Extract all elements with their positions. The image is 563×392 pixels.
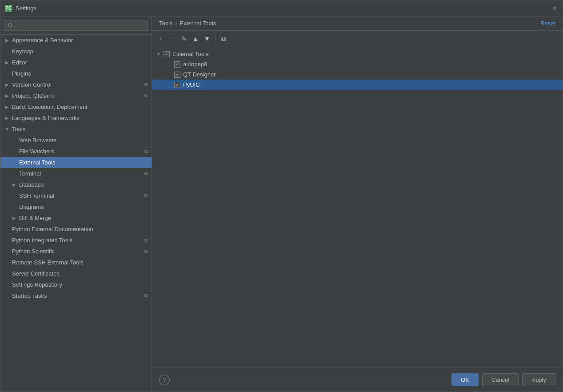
breadcrumb-root: Tools (159, 20, 172, 27)
sidebar-item-version-control[interactable]: Version Control⧉ (0, 79, 152, 90)
tool-item-label-autopep8: autopep8 (183, 61, 207, 68)
breadcrumb: Tools › External Tools (159, 20, 216, 27)
sidebar-item-label-diagrams: Diagrams (19, 204, 44, 210)
sidebar-item-label-diff-merge: Diff & Merge (19, 215, 51, 221)
search-input[interactable] (4, 20, 148, 31)
languages-frameworks-arrow-icon (4, 115, 10, 121)
sidebar-item-database[interactable]: Database (0, 179, 152, 190)
reset-link[interactable]: Reset (540, 20, 555, 27)
bottom-bar: ? OK Cancel Apply (152, 368, 563, 392)
appearance-arrow-icon (4, 37, 10, 44)
sidebar-item-diagrams[interactable]: Diagrams (0, 201, 152, 212)
editor-arrow-icon (4, 60, 10, 66)
startup-tasks-copy-icon: ⧉ (144, 293, 148, 299)
tool-item-label-qt-designer: QT Designer (183, 71, 216, 78)
sidebar-item-python-scientific[interactable]: Python Scientific⧉ (0, 246, 152, 257)
tool-item-external-tools-group[interactable]: External Tools (152, 49, 563, 59)
help-button[interactable]: ? (159, 375, 170, 385)
tool-item-autopep8[interactable]: autopep8 (152, 59, 563, 69)
edit-button[interactable]: ✎ (179, 33, 189, 44)
sidebar-item-label-startup-tasks: Startup Tasks (12, 292, 47, 299)
sidebar-item-startup-tasks[interactable]: Startup Tasks⧉ (0, 290, 152, 301)
sidebar-item-label-tools: Tools (12, 126, 25, 132)
window-controls: ✕ (551, 5, 558, 12)
panel-header: Tools › External Tools Reset (152, 16, 563, 31)
sidebar-item-file-watchers[interactable]: File Watchers⧉ (0, 146, 152, 157)
sidebar-item-external-tools[interactable]: External Tools (0, 157, 152, 168)
sidebar-item-label-plugins: Plugins (12, 70, 31, 77)
copy-button[interactable]: ⧉ (218, 33, 229, 44)
sidebar-item-label-keymap: Keymap (12, 48, 33, 55)
sidebar-item-label-file-watchers: File Watchers (19, 148, 54, 155)
sidebar-item-label-python-ext-doc: Python External Documentation (12, 226, 93, 232)
ssh-terminal-copy-icon: ⧉ (144, 193, 148, 199)
sidebar-item-label-settings-repo: Settings Repository (12, 281, 62, 288)
main-content: Appearance & BehaviorKeymapEditorPlugins… (0, 16, 563, 392)
tools-tree: External Toolsautopep8QT DesignerPyUIC (152, 47, 563, 368)
tool-autopep8-checkbox[interactable] (174, 61, 180, 68)
tool-external-tools-group-checkbox[interactable] (164, 51, 170, 57)
project-qtdemo-arrow-icon (4, 93, 10, 99)
build-exec-deploy-arrow-icon (4, 104, 10, 110)
sidebar-item-label-version-control: Version Control (12, 81, 52, 88)
tool-item-label-external-tools-group: External Tools (172, 51, 208, 57)
sidebar-item-diff-merge[interactable]: Diff & Merge (0, 212, 152, 224)
app-icon: PC (5, 5, 12, 12)
sidebar-item-keymap[interactable]: Keymap (0, 46, 152, 57)
sidebar-item-terminal[interactable]: Terminal⧉ (0, 168, 152, 179)
add-button[interactable]: + (156, 33, 166, 44)
sidebar: Appearance & BehaviorKeymapEditorPlugins… (0, 16, 152, 392)
sidebar-item-label-python-scientific: Python Scientific (12, 248, 55, 255)
remove-button[interactable]: − (167, 33, 178, 44)
sidebar-item-tools[interactable]: Tools (0, 124, 152, 135)
sidebar-item-appearance[interactable]: Appearance & Behavior (0, 35, 152, 46)
sidebar-item-project-qtdemo[interactable]: Project: QtDemo⧉ (0, 90, 152, 101)
python-scientific-copy-icon: ⧉ (144, 248, 148, 254)
sidebar-item-label-database: Database (19, 181, 44, 188)
sidebar-item-languages-frameworks[interactable]: Languages & Frameworks (0, 112, 152, 124)
close-button[interactable]: ✕ (551, 5, 558, 12)
sidebar-item-python-integrated[interactable]: Python Integrated Tools⧉ (0, 235, 152, 246)
sidebar-item-label-web-browsers: Web Browsers (19, 137, 56, 144)
cancel-button[interactable]: Cancel (482, 373, 519, 386)
file-watchers-copy-icon: ⧉ (144, 148, 148, 154)
window-title: Settings (16, 5, 551, 12)
tool-pyuic-checkbox[interactable] (174, 82, 180, 88)
project-qtdemo-copy-icon: ⧉ (144, 93, 148, 99)
breadcrumb-separator: › (175, 20, 177, 27)
sidebar-item-label-ssh-terminal: SSH Terminal (19, 192, 54, 199)
sidebar-item-plugins[interactable]: Plugins (0, 68, 152, 79)
action-buttons: OK Cancel Apply (451, 373, 555, 386)
move-up-button[interactable]: ▲ (190, 33, 201, 44)
sidebar-item-label-external-tools: External Tools (19, 159, 55, 166)
sidebar-tree: Appearance & BehaviorKeymapEditorPlugins… (0, 35, 152, 392)
sidebar-item-web-browsers[interactable]: Web Browsers (0, 135, 152, 146)
main-panel: Tools › External Tools Reset + − ✎ ▲ ▼ ⧉… (152, 16, 563, 392)
sidebar-item-label-languages-frameworks: Languages & Frameworks (12, 115, 80, 121)
version-control-copy-icon: ⧉ (144, 82, 148, 88)
title-bar: PC Settings ✕ (0, 0, 563, 16)
tool-qt-designer-checkbox[interactable] (174, 72, 180, 78)
terminal-copy-icon: ⧉ (144, 171, 148, 176)
sidebar-item-remote-ssh-ext[interactable]: Remote SSH External Tools (0, 257, 152, 268)
breadcrumb-current: External Tools (180, 20, 216, 27)
sidebar-item-label-server-certs: Server Certificates (12, 270, 60, 277)
settings-window: PC Settings ✕ Appearance & BehaviorKeyma… (0, 0, 563, 392)
toolbar: + − ✎ ▲ ▼ ⧉ (152, 31, 563, 47)
tool-item-qt-designer[interactable]: QT Designer (152, 69, 563, 80)
search-box (0, 16, 152, 35)
toolbar-separator (215, 35, 216, 43)
sidebar-item-server-certs[interactable]: Server Certificates (0, 268, 152, 279)
sidebar-item-label-remote-ssh-ext: Remote SSH External Tools (12, 259, 84, 266)
sidebar-item-build-exec-deploy[interactable]: Build, Execution, Deployment (0, 101, 152, 112)
move-down-button[interactable]: ▼ (202, 33, 212, 44)
sidebar-item-editor[interactable]: Editor (0, 57, 152, 68)
sidebar-item-ssh-terminal[interactable]: SSH Terminal⧉ (0, 190, 152, 201)
sidebar-item-settings-repo[interactable]: Settings Repository (0, 279, 152, 290)
tool-item-pyuic[interactable]: PyUIC (152, 80, 563, 90)
sidebar-item-python-ext-doc[interactable]: Python External Documentation (0, 224, 152, 235)
python-integrated-copy-icon: ⧉ (144, 237, 148, 243)
sidebar-item-label-project-qtdemo: Project: QtDemo (12, 92, 55, 99)
ok-button[interactable]: OK (451, 373, 479, 386)
apply-button[interactable]: Apply (522, 373, 555, 386)
